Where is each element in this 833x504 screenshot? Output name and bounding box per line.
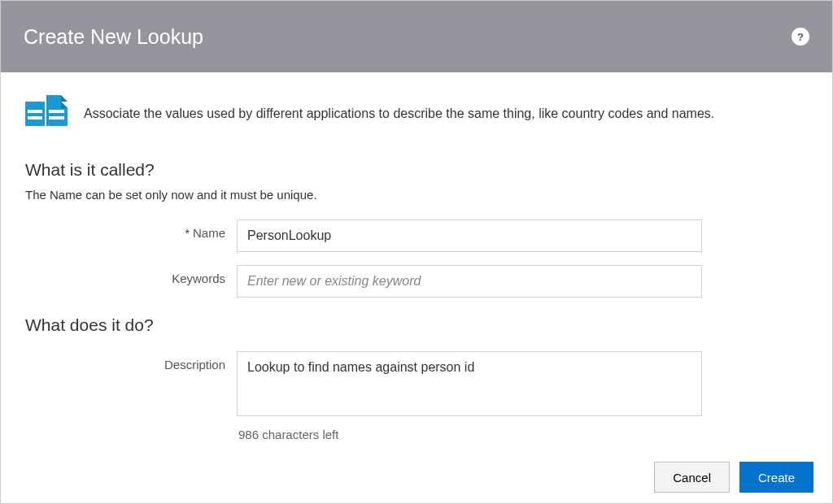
lookup-icon (25, 95, 68, 133)
required-mark: * (185, 226, 190, 240)
dialog-body: Associate the values used by different a… (1, 72, 832, 441)
intro-row: Associate the values used by different a… (25, 95, 808, 133)
dialog-header: Create New Lookup ? (1, 1, 832, 72)
description-label: Description (25, 351, 237, 371)
name-label-text: Name (193, 226, 225, 240)
dialog-title: Create New Lookup (24, 25, 203, 49)
svg-rect-5 (49, 116, 64, 119)
svg-rect-0 (25, 102, 45, 126)
name-input[interactable] (237, 219, 702, 252)
section-name-subtext: The Name can be set only now and it must… (25, 188, 808, 202)
keywords-input[interactable] (237, 265, 702, 298)
description-input[interactable] (237, 351, 702, 416)
name-label: *Name (25, 219, 237, 240)
keywords-row: Keywords (25, 265, 808, 298)
help-button[interactable]: ? (792, 28, 809, 46)
svg-rect-4 (49, 110, 64, 113)
dialog-footer: Cancel Create (654, 462, 813, 493)
svg-rect-3 (46, 95, 61, 102)
section-name-heading: What is it called? (25, 160, 808, 180)
keywords-label: Keywords (25, 265, 237, 285)
char-counter: 986 characters left (238, 428, 702, 441)
description-row: Description 986 characters left (25, 351, 808, 441)
svg-rect-2 (28, 116, 42, 119)
cancel-button[interactable]: Cancel (654, 462, 730, 493)
create-button[interactable]: Create (739, 462, 813, 493)
intro-text: Associate the values used by different a… (84, 106, 714, 121)
name-row: *Name (25, 219, 808, 252)
section-desc-heading: What does it do? (25, 315, 808, 335)
svg-rect-1 (28, 110, 42, 113)
